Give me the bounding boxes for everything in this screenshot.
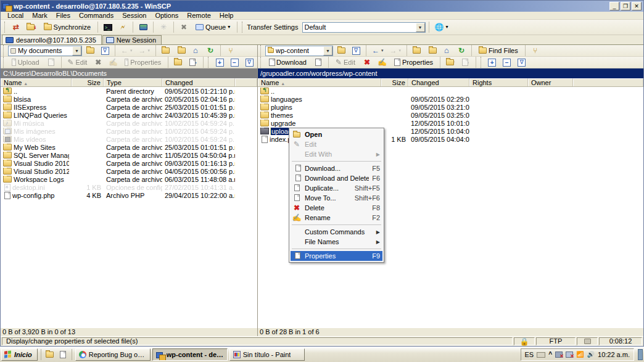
edit-button[interactable]: ✎Edit	[64, 57, 90, 68]
context-menu-item-rename[interactable]: ✍RenameF2	[291, 213, 382, 223]
column-header-size[interactable]: Size	[72, 78, 104, 86]
column-header-name[interactable]: Name▲	[258, 78, 381, 86]
root-directory-icon[interactable]: /	[425, 46, 439, 56]
local-drive-selector[interactable]: My documents ▼	[8, 46, 82, 56]
rename-icon[interactable]: ✍	[106, 57, 120, 68]
back-icon[interactable]: ←▾	[369, 46, 386, 56]
quick-launch-folder-icon[interactable]	[44, 349, 56, 360]
context-menu-item-delete[interactable]: ✖DeleteF8	[291, 203, 382, 213]
column-header-name[interactable]: Name▲	[1, 78, 72, 86]
delete-icon[interactable]: ✖	[360, 57, 374, 68]
network-disconnected-icon[interactable]	[555, 352, 563, 358]
forward-icon[interactable]: →▾	[136, 46, 153, 56]
delete-icon[interactable]: ✖	[91, 57, 105, 68]
parent-directory-icon[interactable]: ↰	[410, 46, 424, 56]
menu-options[interactable]: Options	[151, 12, 183, 20]
volume-icon[interactable]: 🔊	[587, 352, 595, 358]
file-row--[interactable]: ..	[258, 87, 643, 95]
file-row-plugins[interactable]: plugins09/05/2015 03:21:00 p.m.	[258, 103, 643, 111]
file-row-IISExpress[interactable]: IISExpressCarpeta de archivos25/03/2015 …	[1, 103, 257, 111]
filter-icon[interactable]: ∇	[98, 46, 112, 56]
restore-button[interactable]: ❐	[621, 2, 630, 10]
new-file-icon[interactable]: ↘	[186, 57, 200, 68]
edit-button[interactable]: ✎Edit	[332, 57, 359, 68]
home-directory-icon[interactable]: ⌂	[189, 46, 202, 56]
show-hidden-icons-chevron[interactable]: ^	[548, 352, 552, 358]
context-menu-item-move-to[interactable]: ➜Move To...Shift+F6	[291, 193, 382, 203]
unselect-files-icon[interactable]: −	[500, 57, 514, 68]
session-generate-url-icon[interactable]: 🌐▾	[432, 21, 451, 34]
file-row-wp-config-php[interactable]: wp-config.php4 KBArchivo PHP29/04/2015 1…	[1, 191, 257, 199]
local-path-bar[interactable]: C:\Users\DesarrolloBL\Documents	[1, 68, 257, 78]
menu-commands[interactable]: Commands	[75, 12, 118, 20]
network-error-icon[interactable]	[566, 352, 573, 358]
directory-tree-icon[interactable]: ⑂	[529, 46, 542, 56]
column-header-changed[interactable]: Changed	[408, 78, 469, 86]
column-header-owner[interactable]: Owner	[528, 78, 573, 86]
taskbar-task-chrome[interactable]: Reporting Bug or Asking ...	[75, 348, 151, 361]
file-row-SQL-Server-Manageme-[interactable]: SQL Server Manageme...Carpeta de archivo…	[1, 151, 257, 159]
local-file-list[interactable]: ..Parent directory09/05/2015 01:21:10 p.…	[1, 87, 257, 327]
minimize-button[interactable]: _	[609, 2, 619, 10]
session-tab-desarrollo[interactable]: desarrollo@107.180.5.235	[2, 35, 102, 44]
queue-button[interactable]: Queue▾	[192, 21, 234, 34]
context-menu-item-custom-commands[interactable]: Custom Commands▶	[291, 227, 382, 237]
unselect-files-icon[interactable]: −	[228, 57, 241, 68]
column-header-type[interactable]: Type	[104, 78, 162, 86]
preferences-gear-icon[interactable]: ✳	[157, 21, 170, 34]
home-directory-icon[interactable]: ⌂	[440, 46, 453, 56]
upload-and-delete-icon[interactable]	[44, 57, 58, 68]
start-button[interactable]: Inicio	[1, 348, 38, 361]
file-row-languages[interactable]: languages09/05/2015 02:29:00 p.m.	[258, 95, 643, 103]
file-row--[interactable]: ..Parent directory09/05/2015 01:21:10 p.…	[1, 87, 257, 95]
context-menu-item-open[interactable]: Open	[291, 130, 382, 139]
select-files-icon[interactable]: +	[213, 57, 226, 68]
properties-button[interactable]: Properties	[121, 57, 165, 68]
remote-drive-selector[interactable]: wp-content ▼	[265, 46, 333, 56]
menu-help[interactable]: Help	[215, 12, 238, 20]
forward-icon[interactable]: →▾	[387, 46, 404, 56]
select-files-icon[interactable]: +	[485, 57, 499, 68]
context-menu-item-download-and-delete[interactable]: ↓Download and Delete...F6	[291, 173, 382, 183]
session-tab-new-session[interactable]: New Session	[102, 35, 162, 44]
file-row-My-Web-Sites[interactable]: My Web SitesCarpeta de archivos25/03/201…	[1, 143, 257, 151]
open-directory-icon[interactable]	[83, 46, 97, 56]
open-directory-icon[interactable]	[334, 46, 348, 56]
new-folder-icon[interactable]: ✦	[171, 57, 185, 68]
context-menu-item-file-names[interactable]: File Names▶	[291, 237, 382, 247]
file-row-Visual-Studio-2010[interactable]: Visual Studio 2010Carpeta de archivos09/…	[1, 159, 257, 167]
transfer-settings-dropdown[interactable]: Default ▼	[302, 22, 426, 33]
download-button[interactable]: ↓Download	[265, 57, 310, 68]
context-menu-item-edit-with[interactable]: Edit With▶	[291, 149, 382, 159]
menu-mark[interactable]: Mark	[28, 12, 51, 20]
column-header-size[interactable]: Size	[381, 78, 408, 86]
find-files-button[interactable]: Find Files	[475, 46, 522, 56]
file-row-Workspace-Logs[interactable]: Workspace LogsCarpeta de archivos06/03/2…	[1, 175, 257, 183]
menu-remote[interactable]: Remote	[183, 12, 215, 20]
new-folder-icon[interactable]: ✦	[444, 57, 458, 68]
root-directory-icon[interactable]: \	[174, 46, 188, 56]
taskbar-task-winscp[interactable]: wp-content - desarrol...	[152, 348, 228, 361]
context-menu-item-edit[interactable]: ✎Edit	[291, 139, 382, 149]
context-menu-item-duplicate[interactable]: →Duplicate...Shift+F5	[291, 183, 382, 193]
file-row-upgrade[interactable]: upgrade12/05/2015 10:01:00 a.m.	[258, 119, 643, 127]
console-icon[interactable]: 🗲	[116, 21, 130, 34]
file-row-Mis-im-genes[interactable]: Mis imágenesCarpeta de archivos10/02/201…	[1, 127, 257, 135]
compare-directories-icon[interactable]: ⇄	[9, 21, 23, 34]
file-row-Mi-m-sica[interactable]: Mi músicaCarpeta de archivos10/02/2015 0…	[1, 119, 257, 127]
directory-tree-icon[interactable]: ⑂	[224, 46, 237, 56]
file-row-themes[interactable]: themes09/05/2015 03:25:00 p.m.	[258, 111, 643, 119]
synchronize-button[interactable]: Synchronize	[40, 21, 95, 34]
signal-strength-icon[interactable]: 📶	[576, 352, 584, 358]
quick-launch-notepad-icon[interactable]: ✎	[57, 349, 68, 360]
properties-button[interactable]: Properties	[390, 57, 437, 68]
filter-select-icon[interactable]: ∇	[515, 57, 529, 68]
column-header-changed[interactable]: Changed	[162, 78, 235, 86]
file-row-LINQPad-Queries[interactable]: LINQPad QueriesCarpeta de archivos24/03/…	[1, 111, 257, 119]
back-icon[interactable]: ←▾	[118, 46, 135, 56]
queue-abort-icon[interactable]: ✖	[177, 21, 191, 34]
column-header-rights[interactable]: Rights	[469, 78, 528, 86]
clock[interactable]: 10:22 a.m.	[598, 351, 630, 358]
synchronize-browsing-icon[interactable]: ⇆	[24, 21, 39, 34]
keyboard-icon[interactable]	[537, 352, 545, 358]
